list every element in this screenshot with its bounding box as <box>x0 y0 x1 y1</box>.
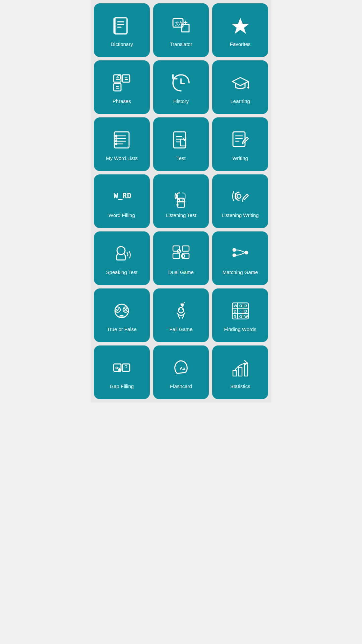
svg-text:W: W <box>234 304 237 308</box>
listening-test-label: Listening Test <box>166 212 196 219</box>
favorites-icon <box>229 14 252 38</box>
svg-line-44 <box>242 198 243 202</box>
phrases-icon <box>110 71 133 95</box>
svg-rect-79 <box>233 371 236 376</box>
flashcard-label: Flashcard <box>170 383 192 390</box>
listening-test-icon <box>169 185 193 209</box>
svg-point-24 <box>116 143 117 145</box>
svg-rect-16 <box>114 132 129 148</box>
matching-game-icon <box>229 242 252 266</box>
dual-game-label: Dual Game <box>168 269 194 276</box>
svg-text:?: ? <box>117 367 120 373</box>
tile-translator[interactable]: 文ATranslator <box>153 3 209 57</box>
svg-rect-0 <box>114 18 127 34</box>
word-filling-icon: W_RD <box>110 185 133 209</box>
tile-grid: Dictionary文ATranslatorFavoritesPhrasesHi… <box>94 3 268 399</box>
svg-rect-32 <box>233 132 245 147</box>
svg-point-43 <box>237 194 241 198</box>
app-container: Dictionary文ATranslatorFavoritesPhrasesHi… <box>90 0 272 402</box>
svg-text:○: ○ <box>239 309 242 313</box>
svg-rect-46 <box>173 246 180 251</box>
tile-speaking-test[interactable]: Speaking Test <box>94 231 150 285</box>
svg-point-15 <box>247 87 249 89</box>
flashcard-icon: Aa <box>169 356 193 380</box>
statistics-icon <box>229 356 252 380</box>
history-icon <box>169 71 193 95</box>
tile-writing[interactable]: Writing <box>212 117 268 171</box>
svg-rect-81 <box>244 363 248 376</box>
tile-phrases[interactable]: Phrases <box>94 60 150 114</box>
matching-game-label: Matching Game <box>223 269 258 276</box>
tile-statistics[interactable]: Statistics <box>212 345 268 399</box>
svg-rect-80 <box>239 367 242 376</box>
tile-finding-words[interactable]: WORD○DROWFinding Words <box>212 288 268 342</box>
dual-game-icon <box>169 242 193 266</box>
tile-gap-filling[interactable]: ??Gap Filling <box>94 345 150 399</box>
fall-game-icon <box>169 299 193 323</box>
true-or-false-icon <box>110 299 133 323</box>
svg-rect-10 <box>122 75 130 82</box>
svg-marker-8 <box>232 18 249 34</box>
svg-point-22 <box>116 138 117 139</box>
svg-text:W_RD: W_RD <box>114 192 131 200</box>
speaking-test-icon <box>110 242 133 266</box>
speaking-test-label: Speaking Test <box>106 269 137 276</box>
gap-filling-icon: ?? <box>110 356 133 380</box>
svg-text:D: D <box>244 309 247 313</box>
tile-history[interactable]: History <box>153 60 209 114</box>
svg-text:O: O <box>239 315 242 319</box>
tile-learning[interactable]: Learning <box>212 60 268 114</box>
tile-dual-game[interactable]: Dual Game <box>153 231 209 285</box>
tile-listening-test[interactable]: Listening Test <box>153 174 209 228</box>
listening-writing-label: Listening Writing <box>222 212 259 219</box>
tile-my-word-lists[interactable]: My Word Lists <box>94 117 150 171</box>
dictionary-label: Dictionary <box>111 41 133 48</box>
translator-label: Translator <box>170 41 192 48</box>
finding-words-label: Finding Words <box>224 326 256 333</box>
writing-icon <box>229 128 252 152</box>
svg-point-51 <box>181 254 185 258</box>
svg-point-45 <box>117 247 125 255</box>
dictionary-icon <box>110 14 133 38</box>
finding-words-icon: WORD○DROW <box>229 299 252 323</box>
svg-point-58 <box>178 308 184 313</box>
translator-icon: 文A <box>169 14 193 38</box>
learning-icon <box>229 71 252 95</box>
my-word-lists-label: My Word Lists <box>106 155 138 162</box>
true-or-false-label: True or False <box>107 326 137 333</box>
svg-rect-11 <box>114 84 121 91</box>
svg-text:?: ? <box>124 365 127 370</box>
test-label: Test <box>176 155 186 162</box>
svg-rect-4 <box>114 18 116 33</box>
tile-test[interactable]: Test <box>153 117 209 171</box>
statistics-label: Statistics <box>230 383 250 390</box>
svg-point-21 <box>116 135 117 137</box>
svg-text:Aa: Aa <box>180 366 185 371</box>
fall-game-label: Fall Game <box>169 326 192 333</box>
svg-text:D: D <box>234 309 236 313</box>
tile-true-or-false[interactable]: True or False <box>94 288 150 342</box>
tile-word-filling[interactable]: W_RDWord Filling <box>94 174 150 228</box>
svg-rect-48 <box>173 253 180 259</box>
tile-fall-game[interactable]: Fall Game <box>153 288 209 342</box>
favorites-label: Favorites <box>230 41 251 48</box>
gap-filling-label: Gap Filling <box>110 383 134 390</box>
svg-rect-47 <box>182 246 189 251</box>
svg-text:W: W <box>244 315 248 319</box>
svg-text:R: R <box>234 315 236 319</box>
writing-label: Writing <box>232 155 248 162</box>
svg-text:O: O <box>239 304 242 308</box>
phrases-label: Phrases <box>113 98 131 105</box>
tile-dictionary[interactable]: Dictionary <box>94 3 150 57</box>
svg-text:R: R <box>244 304 247 308</box>
tile-listening-writing[interactable]: Listening Writing <box>212 174 268 228</box>
svg-point-23 <box>116 141 117 142</box>
listening-writing-icon <box>229 185 252 209</box>
tile-matching-game[interactable]: Matching Game <box>212 231 268 285</box>
learning-label: Learning <box>230 98 250 105</box>
word-filling-label: Word Filling <box>109 212 135 219</box>
test-icon <box>169 128 193 152</box>
tile-flashcard[interactable]: AaFlashcard <box>153 345 209 399</box>
history-label: History <box>173 98 189 105</box>
tile-favorites[interactable]: Favorites <box>212 3 268 57</box>
